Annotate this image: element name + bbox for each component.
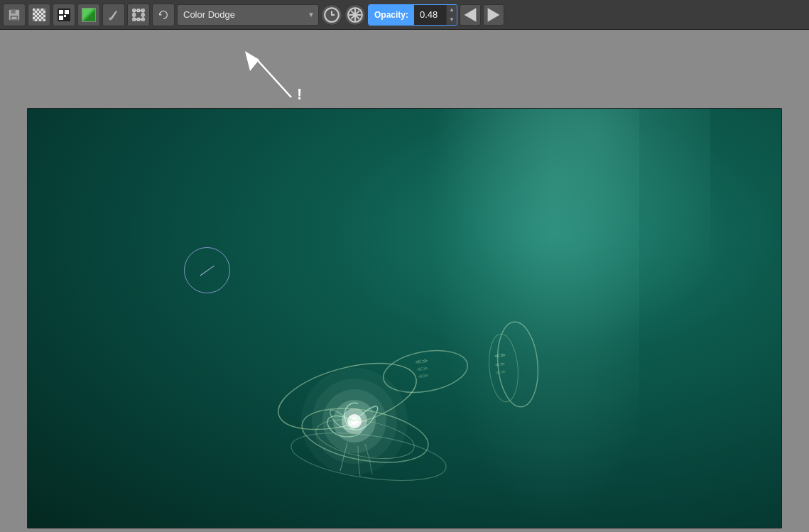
canvas-frame[interactable]: ≪≫ ≪≫ ≪≫ ≪≫ ≪≫ ≪≫ (27, 108, 782, 528)
svg-rect-1 (11, 9, 16, 13)
svg-text:≪≫: ≪≫ (496, 369, 506, 375)
svg-text:!: ! (297, 85, 302, 103)
svg-rect-13 (142, 13, 145, 16)
cursor-indicator (200, 265, 214, 276)
transform-tool-button[interactable] (127, 4, 150, 26)
opacity-label: Opacity: (369, 5, 414, 25)
creature-illustration: ≪≫ ≪≫ ≪≫ ≪≫ ≪≫ ≪≫ (205, 286, 560, 485)
opacity-up-arrow[interactable]: ▲ (447, 5, 457, 15)
canvas-background: ≪≫ ≪≫ ≪≫ ≪≫ ≪≫ ≪≫ (28, 109, 781, 528)
svg-rect-10 (137, 9, 140, 11)
svg-rect-6 (133, 9, 136, 11)
svg-marker-23 (245, 51, 259, 71)
color-chip-button[interactable] (77, 4, 100, 26)
svg-rect-8 (133, 18, 136, 21)
annotation-overlay: ! (220, 37, 362, 115)
svg-text:≪≫: ≪≫ (417, 371, 429, 380)
svg-rect-3 (11, 16, 16, 19)
checker-pattern-2-button[interactable] (53, 4, 75, 26)
blend-mode-select[interactable]: NormalDissolveDarkenMultiplyColor BurnLi… (177, 4, 319, 26)
svg-text:≪≫: ≪≫ (494, 352, 506, 359)
toolbar: NormalDissolveDarkenMultiplyColor BurnLi… (0, 0, 809, 30)
save-button[interactable] (3, 4, 26, 26)
checker-pattern-1-button[interactable] (28, 4, 50, 26)
svg-marker-21 (488, 8, 500, 22)
opacity-down-arrow[interactable]: ▼ (447, 15, 457, 25)
path-tool-button[interactable] (102, 4, 125, 26)
svg-rect-7 (142, 9, 145, 11)
svg-rect-4 (109, 17, 112, 20)
rotate-tool-button[interactable] (152, 4, 175, 26)
flip-vertical-button[interactable] (483, 4, 504, 26)
svg-rect-12 (133, 13, 136, 16)
opacity-spinner[interactable]: ▲ ▼ (446, 5, 457, 25)
svg-rect-9 (142, 18, 145, 21)
flip-horizontal-button[interactable] (460, 4, 481, 26)
svg-text:≪≫: ≪≫ (495, 362, 506, 367)
opacity-value[interactable]: 0.48 (414, 5, 446, 25)
svg-point-26 (487, 332, 521, 403)
round-tool-1-button[interactable] (321, 4, 342, 26)
round-tool-2-button[interactable] (344, 4, 366, 26)
svg-rect-11 (137, 18, 140, 21)
blend-mode-dropdown[interactable]: NormalDissolveDarkenMultiplyColor BurnLi… (177, 4, 319, 26)
opacity-control: Opacity: 0.48 ▲ ▼ (368, 4, 457, 26)
main-canvas-area: ! ≪≫ ≪≫ ≪≫ ≪≫ (0, 30, 809, 532)
svg-marker-20 (465, 8, 477, 22)
svg-line-22 (256, 58, 291, 97)
